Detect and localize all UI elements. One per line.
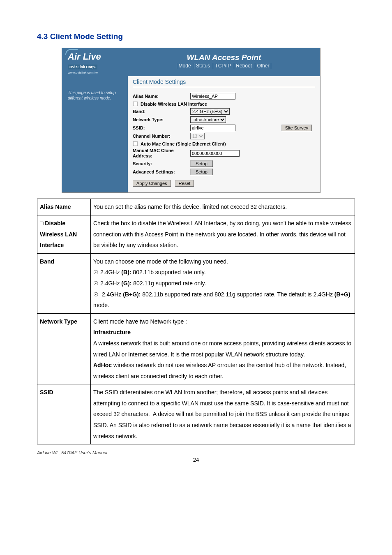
main-nav: Mode Status TCP/IP Reboot Other: [128, 63, 320, 71]
section-heading: 4.3 Client Mode Setting: [37, 32, 355, 41]
manual-mac-input[interactable]: [190, 150, 240, 157]
security-label: Security:: [133, 161, 190, 166]
param-description: The SSID differentiates one WLAN from an…: [91, 384, 355, 444]
param-name: Network Type: [37, 313, 91, 384]
table-row: BandYou can choose one mode of the follo…: [37, 253, 355, 313]
page-title: WLAN Access Point: [128, 51, 320, 63]
company-url: www.ovislink.com.tw: [68, 71, 98, 74]
table-row: Network TypeClient mode have two Network…: [37, 313, 355, 384]
security-setup-button[interactable]: Setup: [190, 160, 213, 167]
table-row: SSIDThe SSID differentiates one WLAN fro…: [37, 384, 355, 444]
advanced-setup-button[interactable]: Setup: [190, 169, 213, 175]
band-select[interactable]: 2.4 GHz (B+G): [190, 108, 230, 115]
nav-tcpip[interactable]: TCP/IP: [213, 63, 233, 69]
param-name: Band: [37, 253, 91, 313]
footer-text: AirLive WL_5470AP User's Manual: [37, 450, 355, 455]
nav-reboot[interactable]: Reboot: [234, 63, 254, 69]
logo-block: Air Live OvisLink Corp. www.ovislink.com…: [62, 48, 128, 76]
param-description: You can set the alias name for this devi…: [91, 199, 355, 215]
param-name: Alias Name: [37, 199, 91, 215]
description-table: Alias NameYou can set the alias name for…: [37, 199, 355, 444]
advanced-label: Advanced Settings:: [133, 169, 190, 174]
channel-label: Channel Number:: [133, 134, 190, 139]
alias-label: Alias Name:: [133, 94, 190, 99]
channel-select[interactable]: 13: [190, 133, 205, 139]
brand-logo: Air Live: [68, 51, 125, 62]
disable-wlan-checkbox[interactable]: [133, 102, 138, 106]
nav-status[interactable]: Status: [194, 63, 212, 69]
company-name: OvisLink Corp.: [68, 65, 97, 69]
param-name: □ Disable Wireless LAN Interface: [37, 215, 91, 253]
apply-changes-button[interactable]: Apply Changes: [133, 180, 171, 187]
side-note: This page is used to setup different wir…: [62, 76, 128, 192]
param-description: You can choose one mode of the following…: [91, 253, 355, 313]
config-screenshot: Air Live OvisLink Corp. www.ovislink.com…: [62, 48, 321, 193]
manual-mac-label: Manual MAC Clone Address:: [133, 148, 190, 159]
ssid-label: SSID:: [133, 125, 190, 130]
param-name: SSID: [37, 384, 91, 444]
nav-mode[interactable]: Mode: [177, 63, 193, 69]
logo-arc-icon: [65, 49, 78, 55]
site-survey-button[interactable]: Site Survey: [281, 125, 312, 131]
network-type-label: Network Type:: [133, 117, 190, 122]
auto-mac-clone-label: Auto Mac Clone (Single Ethernet Client): [141, 141, 226, 146]
param-description: Client mode have two Network type :Infra…: [91, 313, 355, 384]
band-label: Band:: [133, 109, 190, 114]
page-number: 24: [37, 457, 355, 463]
auto-mac-clone-checkbox[interactable]: [133, 141, 138, 146]
nav-other[interactable]: Other: [255, 63, 271, 69]
alias-input[interactable]: [190, 93, 235, 99]
ssid-input[interactable]: [190, 125, 235, 131]
network-type-select[interactable]: Infrastructure: [190, 116, 226, 123]
param-description: Check the box to disable the Wireless LA…: [91, 215, 355, 253]
form-title: Client Mode Settings: [133, 79, 315, 87]
disable-wlan-label: Disable Wireless LAN Interface: [141, 102, 207, 106]
reset-button[interactable]: Reset: [175, 180, 194, 187]
table-row: □ Disable Wireless LAN InterfaceCheck th…: [37, 215, 355, 253]
table-row: Alias NameYou can set the alias name for…: [37, 199, 355, 215]
